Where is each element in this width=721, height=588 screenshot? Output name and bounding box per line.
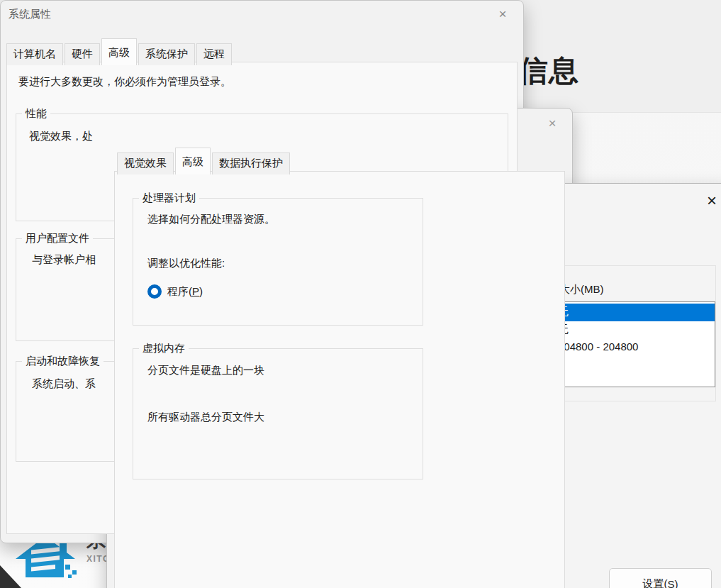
performance-options-tabstrip: 视觉效果 高级 数据执行保护: [117, 148, 291, 174]
page-heading: 信息: [518, 51, 579, 91]
tab-computer-name[interactable]: 计算机名: [6, 43, 63, 65]
startup-recovery-group-text: 系统启动、系: [32, 377, 96, 391]
processor-scheduling-group: 处理器计划 选择如何分配处理器资源。 调整以优化性能: 程序(P): [133, 198, 423, 326]
po-virtual-memory-group: 虚拟内存 分页文件是硬盘上的一块 所有驱动器总分页文件大: [133, 348, 423, 479]
performance-group-label: 性能: [22, 107, 50, 121]
tab-po-advanced[interactable]: 高级: [175, 148, 211, 174]
system-properties-title: 系统属性: [9, 8, 51, 21]
po-vm-line2: 所有驱动器总分页文件大: [147, 411, 264, 424]
screen: 信息 系统之家 XITONGZHIJIA.NET 系统之家 XITONGZHIJ…: [0, 0, 721, 588]
tab-visual-effects[interactable]: 视觉效果: [117, 152, 174, 174]
system-properties-close-icon[interactable]: ×: [491, 5, 514, 23]
system-properties-tabstrip: 计算机名 硬件 高级 系统保护 远程: [6, 38, 233, 65]
site-logo-icon-reflection: [14, 583, 79, 588]
startup-recovery-group-label: 启动和故障恢复: [22, 355, 104, 368]
performance-group-text: 视觉效果，处: [29, 130, 93, 143]
tab-hardware[interactable]: 硬件: [65, 43, 100, 65]
processor-scheduling-text: 选择如何分配处理器资源。: [147, 213, 275, 226]
performance-options-dialog: 性能选项 × 视觉效果 高级 数据执行保护 处理器计划 选择如何分配处理器资源。…: [106, 108, 573, 588]
programs-radio-label[interactable]: 程序(P): [167, 285, 203, 299]
po-advanced-tab-page: 处理器计划 选择如何分配处理器资源。 调整以优化性能: 程序(P) 虚拟内存 分…: [114, 171, 565, 588]
tab-advanced[interactable]: 高级: [101, 38, 137, 65]
performance-options-close-icon[interactable]: ×: [541, 114, 564, 133]
tab-remote[interactable]: 远程: [196, 43, 232, 65]
admin-note: 要进行大多数更改，你必须作为管理员登录。: [18, 75, 231, 89]
po-vm-line1: 分页文件是硬盘上的一块: [147, 364, 264, 377]
virtual-memory-close-icon[interactable]: ×: [699, 190, 721, 211]
user-profiles-group-text: 与登录帐户相: [32, 253, 96, 267]
user-profiles-group-label: 用户配置文件: [22, 232, 93, 245]
set-button[interactable]: 设置(S): [609, 568, 712, 588]
processor-scheduling-label: 处理器计划: [139, 192, 199, 205]
tab-system-protection[interactable]: 系统保护: [138, 43, 195, 65]
po-virtual-memory-label: 虚拟内存: [139, 342, 189, 355]
programs-radio[interactable]: [147, 284, 162, 299]
tab-dep[interactable]: 数据执行保护: [212, 152, 290, 174]
corner-decoration: [0, 565, 21, 588]
adjust-performance-label: 调整以优化性能:: [147, 257, 225, 270]
